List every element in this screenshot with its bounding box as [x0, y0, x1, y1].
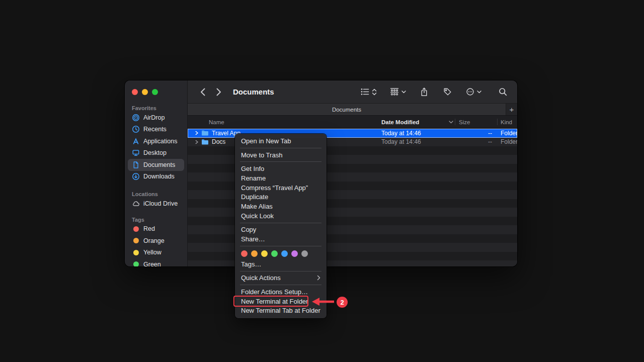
clock-icon	[132, 125, 140, 133]
sort-chevrons-icon	[372, 88, 377, 96]
yellow-tag-dot[interactable]	[261, 250, 268, 257]
menu-item-label: New Terminal at Folder	[241, 298, 308, 305]
applications-icon	[132, 137, 140, 145]
menu-item-quick-look[interactable]: Quick Look	[235, 211, 327, 221]
file-name: Docs	[212, 138, 225, 145]
sidebar-item-label: iCloud Drive	[143, 200, 178, 207]
search-icon	[499, 87, 507, 96]
column-header-kind[interactable]: Kind	[501, 119, 512, 125]
menu-separator	[240, 246, 321, 246]
menu-separator	[240, 161, 321, 162]
annotation-arrow-icon	[311, 296, 335, 307]
column-header-name[interactable]: Name	[209, 119, 224, 125]
tag-icon	[443, 87, 452, 96]
purple-tag-dot[interactable]	[291, 250, 298, 257]
yellow-tag-icon	[133, 250, 139, 255]
sidebar-item-applications[interactable]: Applications	[128, 135, 184, 147]
menu-separator	[240, 223, 321, 223]
green-tag-dot[interactable]	[271, 250, 278, 257]
menu-item-compress[interactable]: Compress “Travel App”	[235, 183, 327, 193]
menu-tag-color-row	[235, 248, 327, 259]
view-mode-control[interactable]	[361, 88, 377, 96]
sidebar-item-airdrop[interactable]: AirDrop	[128, 112, 184, 124]
menu-item-share[interactable]: Share…	[235, 234, 327, 244]
window-title: Documents	[233, 87, 274, 96]
sidebar-item-recents[interactable]: Recents	[128, 124, 184, 136]
new-tab-button[interactable]: +	[506, 104, 517, 115]
sidebar-section-locations: Locations	[125, 191, 187, 198]
sidebar-item-label: Downloads	[143, 173, 175, 180]
sidebar-item-label: Documents	[143, 161, 175, 168]
menu-item-duplicate[interactable]: Duplicate	[235, 192, 327, 202]
menu-item-quick-actions[interactable]: Quick Actions	[235, 274, 327, 283]
zoom-button[interactable]	[152, 89, 158, 95]
search-button[interactable]	[498, 86, 508, 97]
file-date-modified: Today at 14:46	[381, 130, 421, 137]
file-kind: Folder	[501, 138, 517, 145]
menu-item-get-info[interactable]: Get Info	[235, 164, 327, 173]
back-button[interactable]	[199, 86, 207, 98]
airdrop-icon	[132, 114, 140, 122]
menu-item-copy[interactable]: Copy	[235, 225, 327, 235]
sidebar-item-documents[interactable]: Documents	[128, 159, 184, 171]
minimize-button[interactable]	[142, 89, 148, 95]
desktop-icon	[132, 149, 140, 157]
menu-item-label: Quick Actions	[241, 274, 281, 282]
gray-tag-dot[interactable]	[301, 250, 308, 257]
disclosure-chevron-icon[interactable]	[195, 131, 199, 135]
more-options-control[interactable]	[466, 87, 481, 96]
menu-item-new-terminal-tab-at-folder[interactable]: New Terminal Tab at Folder	[235, 306, 327, 316]
sidebar-item-label: Desktop	[143, 149, 167, 156]
group-by-control[interactable]	[390, 88, 406, 96]
column-header-date-modified[interactable]: Date Modified	[381, 119, 419, 125]
share-button[interactable]	[419, 86, 429, 98]
red-tag-dot[interactable]	[241, 250, 248, 257]
column-header-row: Name Date Modified Size Kind	[188, 116, 517, 129]
share-icon	[420, 87, 428, 97]
menu-separator	[240, 285, 321, 285]
forward-button[interactable]	[215, 86, 223, 98]
sidebar-item-tag-green[interactable]: Green	[128, 258, 184, 266]
sidebar-item-label: Red	[143, 225, 155, 232]
menu-item-move-to-trash[interactable]: Move to Trash	[235, 150, 327, 160]
file-size: --	[467, 130, 492, 137]
close-button[interactable]	[132, 89, 138, 95]
context-menu: Open in New Tab Move to Trash Get Info R…	[235, 134, 327, 318]
file-kind: Folder	[501, 130, 517, 137]
sidebar-item-tag-yellow[interactable]: Yellow	[128, 247, 184, 259]
sidebar-item-desktop[interactable]: Desktop	[128, 147, 184, 159]
sidebar: Favorites AirDrop Recents Applications	[125, 80, 188, 266]
sidebar-item-label: Green	[143, 261, 161, 266]
green-tag-icon	[133, 261, 139, 266]
folder-icon	[201, 130, 209, 136]
file-date-modified: Today at 14:46	[381, 138, 421, 145]
sidebar-item-tag-orange[interactable]: Orange	[128, 235, 184, 247]
menu-item-make-alias[interactable]: Make Alias	[235, 202, 327, 211]
menu-item-folder-actions-setup[interactable]: Folder Actions Setup…	[235, 287, 327, 297]
tab-documents[interactable]: Documents	[188, 104, 506, 115]
sidebar-item-tag-red[interactable]: Red	[128, 223, 184, 235]
sidebar-item-label: Recents	[143, 126, 167, 133]
column-header-size[interactable]: Size	[459, 119, 470, 125]
sidebar-section-favorites: Favorites	[125, 105, 187, 112]
menu-item-open-in-new-tab[interactable]: Open in New Tab	[235, 136, 327, 146]
sidebar-item-downloads[interactable]: Downloads	[128, 171, 184, 183]
menu-separator	[240, 271, 321, 272]
orange-tag-dot[interactable]	[251, 250, 258, 257]
column-divider[interactable]	[455, 119, 455, 125]
sort-direction-icon[interactable]	[449, 121, 453, 124]
more-options-icon	[466, 87, 474, 96]
downloads-icon	[132, 172, 140, 180]
list-view-icon	[361, 88, 369, 96]
column-divider[interactable]	[497, 119, 498, 125]
step-number: 2	[340, 299, 344, 306]
sidebar-item-icloud-drive[interactable]: iCloud Drive	[128, 198, 184, 210]
annotation-step-badge: 2	[337, 297, 348, 308]
tags-button[interactable]	[442, 86, 453, 97]
menu-item-rename[interactable]: Rename	[235, 173, 327, 183]
menu-item-tags[interactable]: Tags…	[235, 259, 327, 269]
chevron-down-icon	[477, 90, 481, 94]
submenu-chevron-icon	[317, 275, 320, 281]
disclosure-chevron-icon[interactable]	[195, 140, 199, 144]
blue-tag-dot[interactable]	[281, 250, 288, 257]
